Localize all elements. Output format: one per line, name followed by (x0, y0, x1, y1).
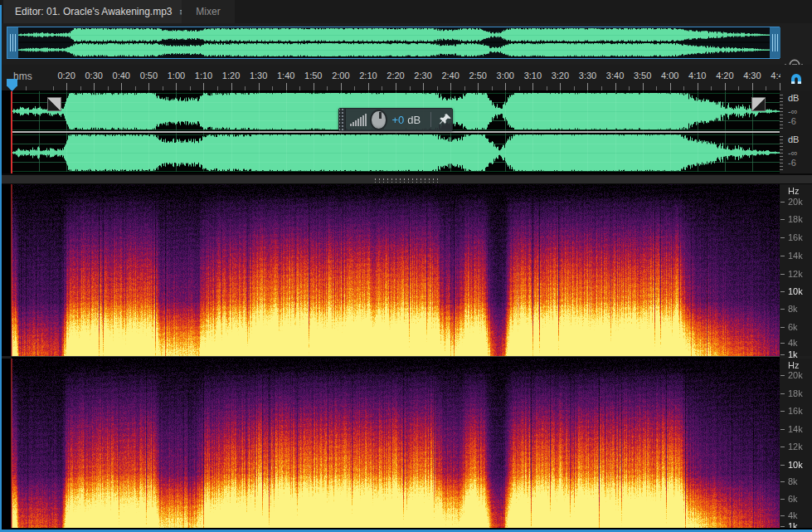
ruler-tick-minor (53, 86, 54, 90)
ruler-tick-major (203, 83, 204, 90)
db-scale-header: dB (788, 93, 799, 103)
hz-scale-tick (780, 393, 785, 394)
ruler-tick-minor (766, 86, 766, 90)
frequency-scale-left[interactable]: Hz20k18k16k14k12k10k8k6k4k1k (780, 184, 812, 356)
fade-out-handle[interactable] (751, 97, 766, 111)
fade-in-handle[interactable] (47, 97, 61, 111)
ruler-tick-major (396, 83, 396, 90)
ruler-tick-major (698, 83, 698, 90)
ruler-tick-major (478, 83, 479, 90)
mixer-tab-title: Mixer (196, 6, 220, 17)
ruler-tick-minor (163, 86, 163, 90)
ruler-tick-major (423, 83, 424, 90)
hz-scale-label: 6k (788, 494, 798, 504)
overview-waveform-canvas[interactable] (18, 27, 770, 58)
ruler-tick-minor (601, 86, 602, 90)
frequency-scale-right[interactable]: Hz20k18k16k14k12k10k8k6k4k1k (780, 359, 812, 528)
hz-scale-label: 16k (788, 232, 803, 242)
overview-handle-left[interactable] (7, 27, 18, 58)
ruler-label: 2:40 (441, 71, 459, 81)
overview-row (0, 23, 812, 65)
db-scale-label: -∞ (788, 106, 798, 116)
hud-drag-grip[interactable] (339, 109, 346, 130)
ruler-label: 0:50 (140, 71, 158, 81)
ruler-label: 3:10 (524, 71, 542, 81)
ruler-label: 3:40 (606, 71, 624, 81)
hz-scale-tick (780, 411, 785, 412)
ruler-tick-major (66, 83, 67, 90)
hz-scale-label: 12k (788, 269, 803, 279)
snap-toggle[interactable] (780, 65, 812, 91)
hz-scale-label: 20k (788, 370, 803, 380)
hz-scale-tick (780, 447, 785, 447)
ruler-tick-minor (299, 86, 300, 90)
overview-handle-right[interactable] (770, 27, 780, 58)
spectrogram-canvas-right[interactable] (12, 359, 780, 528)
magnet-icon (788, 70, 805, 86)
ruler-tick-minor (519, 86, 520, 90)
ruler-label: 2:00 (332, 71, 349, 81)
view-splitter[interactable] (0, 173, 812, 184)
ruler-tick-minor (464, 86, 465, 90)
ruler-label: 4:00 (661, 71, 678, 81)
level-meter-icon (350, 113, 367, 126)
ruler-tick-major (94, 83, 95, 90)
pin-icon[interactable] (439, 113, 452, 126)
gain-knob[interactable] (372, 111, 386, 129)
splitter-grip[interactable] (373, 178, 440, 183)
ruler-tick-major (532, 83, 533, 90)
tab-editor[interactable]: Editor: 01. Oracle's Awakening.mp3 ≡ (3, 0, 194, 23)
hz-scale-label: 10k (788, 460, 803, 470)
hz-scale-tick (780, 219, 785, 220)
ruler-tick-major (368, 83, 369, 90)
ruler-tick-major (670, 83, 671, 90)
ruler-tick-major (450, 83, 451, 90)
waveform-canvas[interactable] (12, 91, 780, 173)
ruler-label: 4:40 (771, 71, 780, 81)
hz-scale-label: 4k (788, 338, 798, 348)
hz-scale-label: 8k (788, 304, 798, 314)
amplitude-scale[interactable]: dB-∞-6dB-∞-6 (780, 91, 812, 173)
ruler-tick-minor (683, 86, 684, 90)
ruler-tick-minor (135, 86, 136, 90)
gain-unit: dB (407, 114, 421, 126)
ruler-tick-minor (80, 86, 81, 90)
ruler-label: 0:20 (57, 71, 75, 81)
hz-scale-header: Hz (788, 186, 799, 196)
timeline-ruler[interactable]: hms 0:200:300:400:501:001:101:201:301:40… (0, 65, 780, 91)
hz-scale-tick (780, 526, 785, 527)
ruler-tick-minor (190, 86, 191, 90)
ruler-tick-minor (738, 86, 739, 90)
hz-scale-label: 4k (788, 510, 798, 520)
ruler-tick-minor (629, 86, 630, 90)
ruler-tick-minor (437, 86, 438, 90)
ruler-tick-minor (245, 86, 246, 90)
hz-scale-tick (780, 515, 785, 516)
ruler-tick-major (587, 83, 588, 90)
hz-scale-label: 8k (788, 476, 798, 486)
ruler-label: 3:30 (579, 71, 596, 81)
hz-scale-tick (780, 202, 785, 203)
ruler-label: 3:00 (497, 71, 514, 81)
tab-mixer[interactable]: Mixer (182, 0, 235, 23)
editor-panel: Editor: 01. Oracle's Awakening.mp3 ≡ Mix… (0, 0, 812, 532)
hz-scale-tick (780, 499, 785, 500)
hz-scale-tick (780, 327, 785, 328)
db-scale-label: -6 (788, 116, 796, 126)
hz-scale-label: 18k (788, 388, 803, 398)
playhead-line (11, 91, 12, 173)
ruler-label: 2:10 (359, 71, 377, 81)
ruler-tick-minor (656, 86, 657, 90)
ruler-label: 2:30 (414, 71, 431, 81)
timeline-row: hms 0:200:300:400:501:001:101:201:301:40… (0, 65, 812, 91)
tab-bar: Editor: 01. Oracle's Awakening.mp3 ≡ Mix… (0, 0, 812, 23)
ruler-tick-major (341, 83, 342, 90)
hz-scale-label: 10k (788, 286, 803, 296)
hz-scale-label: 18k (788, 214, 803, 224)
spectrogram-canvas-left[interactable] (12, 184, 780, 356)
ruler-tick-major (643, 83, 644, 90)
ruler-tick-major (259, 83, 260, 90)
hz-scale-tick (780, 256, 785, 256)
db-scale-label: -∞ (788, 148, 798, 158)
ruler-tick-minor (574, 86, 575, 90)
